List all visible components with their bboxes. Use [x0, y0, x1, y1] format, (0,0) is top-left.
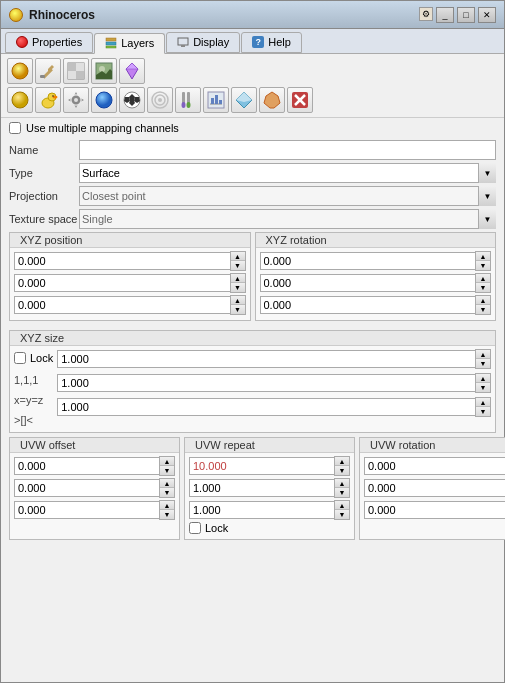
soccer-ball-button[interactable] [119, 87, 145, 113]
uvw-offset-w-up[interactable]: ▲ [160, 501, 174, 510]
polygon-button[interactable] [259, 87, 285, 113]
projection-select-wrapper: Closest point Parametric Control point ▼ [79, 186, 496, 206]
uvw-offset-w-down[interactable]: ▼ [160, 510, 174, 519]
name-input[interactable] [79, 140, 496, 160]
maximize-button[interactable]: □ [457, 7, 475, 23]
xyz-size-val3-up[interactable]: ▲ [476, 398, 490, 407]
uvw-repeat-v-row: ▲ ▼ [189, 478, 350, 498]
xyz-pos-y-down[interactable]: ▼ [231, 283, 245, 292]
uvw-rot-u-input[interactable] [364, 457, 505, 475]
uvw-repeat-w-up[interactable]: ▲ [335, 501, 349, 510]
type-select[interactable]: Surface Planar Cylindrical Spherical Box… [79, 163, 496, 183]
xyz-rot-z-down[interactable]: ▼ [476, 305, 490, 314]
xyz-pos-z-input[interactable] [14, 296, 230, 314]
xyz-rot-z-input[interactable] [260, 296, 476, 314]
xyz-size-val2-down[interactable]: ▼ [476, 383, 490, 392]
xyz-rot-x-up[interactable]: ▲ [476, 252, 490, 261]
uvw-repeat-w-down[interactable]: ▼ [335, 510, 349, 519]
uvw-offset-u-down[interactable]: ▼ [160, 466, 174, 475]
texture-space-select[interactable]: Single Per object [79, 209, 496, 229]
tab-bar: Properties Layers Display ? [1, 29, 504, 54]
xyz-pos-z-up[interactable]: ▲ [231, 296, 245, 305]
xyz-rot-x-down[interactable]: ▼ [476, 261, 490, 270]
xyz-rotation-header: XYZ rotation [256, 233, 496, 248]
projection-select[interactable]: Closest point Parametric Control point [79, 186, 496, 206]
xyz-rot-z-up[interactable]: ▲ [476, 296, 490, 305]
yellow-sphere-button[interactable] [7, 87, 33, 113]
blue-sphere-button[interactable] [91, 87, 117, 113]
tab-display[interactable]: Display [166, 32, 240, 53]
uvw-repeat-u-up[interactable]: ▲ [335, 457, 349, 466]
multiple-channels-row: Use multiple mapping channels [1, 118, 504, 138]
xyz-pos-z-down[interactable]: ▼ [231, 305, 245, 314]
material-ball-button[interactable] [7, 58, 33, 84]
multiple-channels-checkbox[interactable] [9, 122, 21, 134]
uvw-rot-w-input[interactable] [364, 501, 505, 519]
gear-settings-icon[interactable]: ⚙ [419, 7, 433, 21]
svg-rect-41 [211, 98, 214, 104]
xyz-rot-z-row: ▲ ▼ [260, 295, 492, 315]
minimize-button[interactable]: _ [436, 7, 454, 23]
settings-button[interactable] [63, 87, 89, 113]
uvw-repeat-v-up[interactable]: ▲ [335, 479, 349, 488]
xyz-pos-x-down[interactable]: ▼ [231, 261, 245, 270]
xyz-rot-y-input[interactable] [260, 274, 476, 292]
uvw-offset-v-input[interactable] [14, 479, 159, 497]
tab-properties[interactable]: Properties [5, 32, 93, 53]
duck-button[interactable] [35, 87, 61, 113]
target-button[interactable] [147, 87, 173, 113]
uvw-repeat-lock-checkbox[interactable] [189, 522, 201, 534]
render-button[interactable] [91, 58, 117, 84]
xyz-size-val2-up[interactable]: ▲ [476, 374, 490, 383]
svg-marker-17 [126, 63, 138, 69]
svg-rect-2 [106, 46, 116, 48]
chart-button[interactable] [203, 87, 229, 113]
uvw-repeat-v-down[interactable]: ▼ [335, 488, 349, 497]
uvw-offset-w-input[interactable] [14, 501, 159, 519]
tab-layers-label: Layers [121, 37, 154, 49]
xyz-size-val2-spinners: ▲ ▼ [475, 373, 491, 393]
xyz-rot-y-up[interactable]: ▲ [476, 274, 490, 283]
xyz-pos-y-up[interactable]: ▲ [231, 274, 245, 283]
xyz-size-val1-input[interactable] [57, 350, 475, 368]
uvw-repeat-u-input[interactable] [189, 457, 334, 475]
projection-label: Projection [9, 190, 79, 202]
xyz-size-val3-spinners: ▲ ▼ [475, 397, 491, 417]
uvw-offset-u-input[interactable] [14, 457, 159, 475]
diamond-button[interactable] [231, 87, 257, 113]
cancel-button[interactable] [287, 87, 313, 113]
xyz-size-val3-down[interactable]: ▼ [476, 407, 490, 416]
xyz-size-lock-checkbox[interactable] [14, 352, 26, 364]
xyz-size-val1-up[interactable]: ▲ [476, 350, 490, 359]
uvw-offset-u-up[interactable]: ▲ [160, 457, 174, 466]
tab-help[interactable]: ? Help [241, 32, 302, 53]
svg-rect-13 [76, 63, 84, 71]
xyz-size-lock-label: Lock [30, 352, 53, 364]
xyz-pos-x-spinners: ▲ ▼ [230, 251, 246, 271]
xyz-size-val2-input[interactable] [57, 374, 475, 392]
xyz-pos-y-input[interactable] [14, 274, 230, 292]
uvw-repeat-u-down[interactable]: ▼ [335, 466, 349, 475]
xyz-rot-y-down[interactable]: ▼ [476, 283, 490, 292]
edit-button[interactable] [35, 58, 61, 84]
main-window: Rhinoceros ⚙ _ □ ✕ Properties Layers [0, 0, 505, 683]
close-button[interactable]: ✕ [478, 7, 496, 23]
xyz-rot-x-input[interactable] [260, 252, 476, 270]
paint-button[interactable] [175, 87, 201, 113]
svg-rect-4 [181, 45, 185, 47]
uvw-repeat-v-input[interactable] [189, 479, 334, 497]
xyz-pos-x-up[interactable]: ▲ [231, 252, 245, 261]
xyz-position-title: XYZ position [14, 233, 88, 247]
texture-map-button[interactable] [63, 58, 89, 84]
tab-layers[interactable]: Layers [94, 33, 165, 54]
uvw-rot-v-input[interactable] [364, 479, 505, 497]
uvw-offset-v-up[interactable]: ▲ [160, 479, 174, 488]
uvw-offset-v-down[interactable]: ▼ [160, 488, 174, 497]
xyz-size-111-label: 1,1,1 [14, 371, 50, 389]
xyz-pos-x-input[interactable] [14, 252, 230, 270]
gem-button[interactable] [119, 58, 145, 84]
xyz-size-val1-down[interactable]: ▼ [476, 359, 490, 368]
uvw-repeat-w-input[interactable] [189, 501, 334, 519]
xyz-size-val3-input[interactable] [57, 398, 475, 416]
uvw-repeat-v-spinners: ▲ ▼ [334, 478, 350, 498]
